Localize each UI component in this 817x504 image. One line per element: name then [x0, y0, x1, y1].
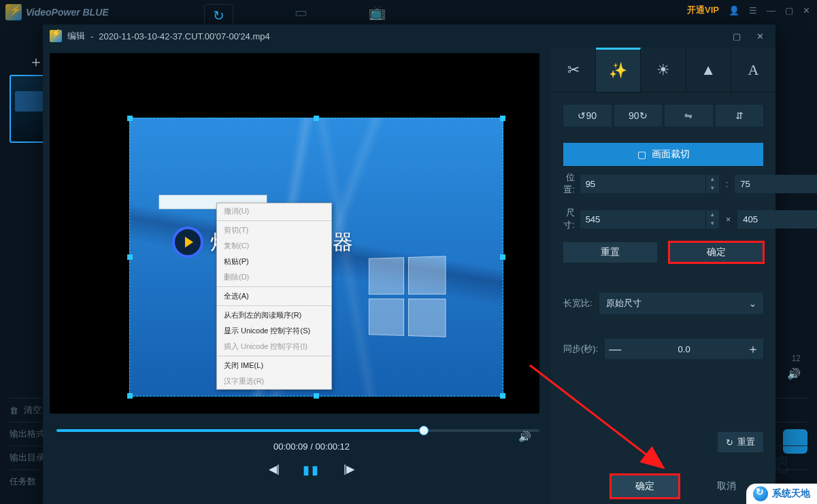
ctx-rtl[interactable]: 从右到左的阅读顺序(R) [217, 307, 331, 323]
size-w-down[interactable]: ▼ [706, 219, 719, 229]
clip-duration-hint: 12 [787, 354, 801, 363]
crop-handle-tr[interactable] [500, 116, 505, 121]
trash-icon[interactable]: 🗑 [10, 405, 18, 416]
pos-x-up[interactable]: ▲ [706, 175, 719, 184]
sync-label: 同步(秒): [563, 343, 598, 355]
add-file-button[interactable]: ＋ [29, 52, 44, 72]
size-h-box[interactable]: ▲▼ [737, 210, 817, 229]
maximize-icon[interactable]: ▢ [785, 5, 793, 16]
window-controls: 开通VIP 👤 ☰ — ▢ ✕ [687, 4, 810, 16]
sync-minus-button[interactable]: — [605, 342, 625, 356]
edit-tabs: ✂ ✨ ☀ ▲ A [551, 48, 776, 93]
next-frame-button[interactable]: |▶ [344, 463, 354, 477]
ctx-delete[interactable]: 删除(D) [217, 269, 331, 285]
sync-plus-button[interactable]: ＋ [743, 341, 763, 357]
edit-panel: ✂ ✨ ☀ ▲ A ↺90 90↻ ⇋ ⇵ ▢ 画面裁切 位置: ▲▼ : ▲▼ [551, 48, 776, 504]
time-total: 00:00:12 [315, 441, 350, 452]
editor-maximize-icon[interactable]: ▢ [728, 27, 746, 45]
nav-record-icon[interactable]: 📺 [369, 4, 386, 27]
crop-handle-mr[interactable] [500, 254, 505, 260]
row-sync: 同步(秒): — 0.0 ＋ [551, 339, 776, 359]
row-position: 位置: ▲▼ : ▲▼ [551, 166, 776, 201]
crop-reset-button[interactable]: 重置 [563, 242, 657, 263]
tab-adjust[interactable]: ☀ [641, 48, 686, 92]
crop-buttons: 重置 确定 [551, 237, 776, 268]
tab-trim[interactable]: ✂ [551, 48, 596, 92]
crop-handle-ml[interactable] [127, 254, 133, 260]
nav-download-icon[interactable]: ▭ [295, 4, 307, 27]
size-label: 尺寸: [563, 207, 575, 231]
pos-x-input[interactable] [580, 175, 705, 193]
size-w-input[interactable] [580, 210, 705, 229]
seek-thumb[interactable] [419, 426, 429, 435]
menu-icon[interactable]: ☰ [749, 5, 757, 16]
transform-toolbar: ↺90 90↻ ⇋ ⇵ [551, 93, 776, 131]
footer-ok-button[interactable]: 确定 [611, 475, 679, 498]
size-w-box[interactable]: ▲▼ [580, 210, 719, 229]
ctx-cut[interactable]: 剪切(T) [217, 222, 331, 238]
context-menu[interactable]: 撤消(U) 剪切(T) 复制(C) 粘贴(P) 删除(D) 全选(A) 从右到左… [216, 203, 332, 390]
video-preview[interactable]: ↖ 烁光视频转换器 撤消(U) 剪切(T) 复制(C) 粘贴(P) 删除(D) … [50, 53, 539, 414]
user-icon[interactable]: 👤 [729, 5, 739, 16]
panel-reset: ↻重置 [718, 432, 763, 452]
size-sep: × [724, 214, 733, 224]
crop-ok-button[interactable]: 确定 [669, 242, 763, 263]
ctx-undo[interactable]: 撤消(U) [217, 203, 331, 219]
sync-stepper[interactable]: — 0.0 ＋ [605, 339, 763, 359]
seek-track[interactable]: 🔊 [56, 429, 539, 432]
flip-vertical-button[interactable]: ⇵ [716, 105, 764, 127]
crop-handle-tm[interactable] [314, 116, 319, 121]
volume-icon[interactable]: 🔊 [787, 367, 801, 380]
crop-handle-tl[interactable] [127, 116, 133, 121]
tab-subtitle[interactable]: A [731, 48, 776, 92]
sync-value: 0.0 [625, 344, 743, 354]
pos-x-down[interactable]: ▼ [706, 184, 719, 193]
tab-watermark[interactable]: ▲ [686, 48, 731, 92]
ctx-close-ime[interactable]: 关闭 IME(L) [217, 358, 331, 373]
site-badge[interactable]: 系统天地 [746, 484, 817, 504]
row-aspect: 长宽比: 原始尺寸 ⌄ [551, 292, 776, 314]
editor-dialog: 编辑 - 2020-11-03-10-42-37.CUT.00'07-00'24… [43, 24, 776, 504]
crop-handle-bl[interactable] [127, 393, 133, 399]
pause-button[interactable]: ▮▮ [303, 463, 320, 477]
crop-handle-bm[interactable] [314, 393, 319, 399]
tab-effects[interactable]: ✨ [596, 48, 641, 92]
right-meta: 12 🔊 [787, 354, 817, 380]
nav-convert-icon[interactable]: ↻ [204, 4, 233, 27]
time-current: 00:00:09 [273, 441, 308, 452]
editor-close-icon[interactable]: ✕ [751, 27, 769, 45]
volume-icon[interactable]: 🔊 [518, 431, 531, 443]
crop-icon: ▢ [637, 149, 646, 160]
pos-y-input[interactable] [735, 175, 817, 193]
prev-frame-button[interactable]: ◀| [269, 463, 280, 477]
editor-footer: 确定 取消 [551, 469, 776, 504]
rotate-cw-button[interactable]: 90↻ [614, 105, 663, 127]
ctx-copy[interactable]: 复制(C) [217, 238, 331, 254]
pos-x-box[interactable]: ▲▼ [580, 175, 719, 193]
panel-reset-button[interactable]: ↻重置 [718, 432, 763, 452]
app-logo-icon [5, 4, 22, 20]
size-h-input[interactable] [737, 210, 817, 229]
close-icon[interactable]: ✕ [803, 5, 810, 16]
crop-header: ▢ 画面裁切 [563, 143, 763, 166]
ctx-show-unicode[interactable]: 显示 Unicode 控制字符(S) [217, 323, 331, 339]
editor-titlebar[interactable]: 编辑 - 2020-11-03-10-42-37.CUT.00'07-00'24… [43, 24, 776, 48]
crop-header-text: 画面裁切 [652, 148, 690, 161]
badge-text: 系统天地 [772, 488, 810, 500]
size-w-up[interactable]: ▲ [706, 210, 719, 220]
ctx-paste[interactable]: 粘贴(P) [217, 254, 331, 269]
aspect-select[interactable]: 原始尺寸 ⌄ [599, 292, 763, 314]
aspect-value: 原始尺寸 [606, 297, 641, 309]
watermark-play-icon [172, 226, 203, 258]
crop-handle-br[interactable] [500, 393, 505, 399]
ctx-reconvert[interactable]: 汉字重选(R) [217, 373, 331, 389]
ctx-insert-unicode[interactable]: 插入 Unicode 控制字符(I) [217, 339, 331, 354]
minimize-icon[interactable]: — [767, 5, 776, 16]
vip-link[interactable]: 开通VIP [687, 4, 719, 16]
pos-y-box[interactable]: ▲▼ [735, 175, 817, 193]
ctx-select-all[interactable]: 全选(A) [217, 288, 331, 304]
rotate-ccw-button[interactable]: ↺90 [563, 105, 612, 127]
flip-horizontal-button[interactable]: ⇋ [665, 105, 713, 127]
clear-list-label[interactable]: 清空 [24, 404, 41, 416]
editor-title-sep: - [90, 31, 93, 41]
